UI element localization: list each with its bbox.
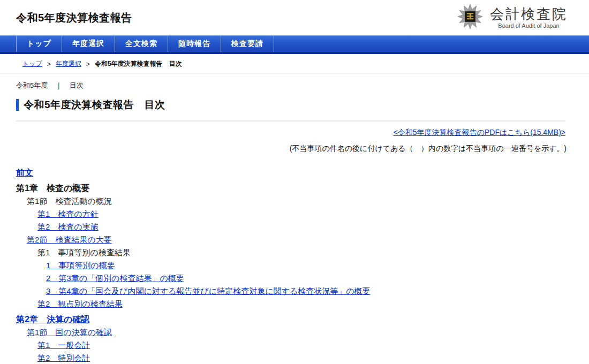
toc-link-ch2-sec1[interactable]: 第1節 国の決算の確認 [27,328,112,337]
pdf-link-row: <令和5年度決算検査報告のPDFはこちら(15.4MB)> [16,128,565,138]
toc-link-ch2-sec1-item1[interactable]: 第1 一般会計 [37,340,90,350]
toc-item: 第1節 検査活動の概況 [0,196,589,206]
toc-item: 1 事項等別の概要 [0,261,589,270]
toc-item: 第2 観点別の検査結果 [0,299,589,309]
toc-heading-chapter1: 第1章 検査の概要 [16,184,89,193]
subnav-current: 目次 [70,81,84,90]
breadcrumb-current: 令和5年度決算検査報告 目次 [95,59,182,69]
nav-item-year-select[interactable]: 年度選択 [62,35,115,52]
pdf-download-link[interactable]: <令和5年度決算検査報告のPDFはこちら(15.4MB)> [394,128,565,136]
toc-link-ch2-sec1-item2[interactable]: 第2 特別会計 [37,353,90,362]
toc-item: 第1 検査の方針 [0,209,589,219]
nav-spacer [0,35,16,52]
subnav-separator: ｜ [55,81,62,90]
toc-item: 第2章 決算の確認 [0,314,589,324]
main-nav: トップ 年度選択 全文検索 随時報告 検査要請 [0,35,589,54]
heading-accent-bar [16,99,19,111]
toc-link-chapter2[interactable]: 第2章 決算の確認 [16,315,89,324]
toc-item: 前文 [0,168,589,178]
toc-item: 第2 検査の実施 [0,222,589,232]
toc-item: 第1節 国の決算の確認 [0,328,589,337]
nav-item-fulltext-search[interactable]: 全文検索 [115,35,168,52]
toc-heading-ch1-sec1: 第1節 検査活動の概況 [27,196,112,206]
toc-link-ch1-sec2-sub2[interactable]: 2 第3章の「個別の検査結果」の概要 [46,274,184,283]
breadcrumb-separator: > [86,60,90,68]
breadcrumb: トップ > 年度選択 > 令和5年度決算検査報告 目次 [0,54,589,73]
nav-divider [274,35,274,52]
boaj-logo-text: 会計検査院 Board of Audit of Japan [490,6,568,29]
org-name: 会計検査院 [490,6,568,22]
toc-link-ch1-sec2-item2[interactable]: 第2 観点別の検査結果 [37,299,123,308]
subnav-year: 令和5年度 [16,81,48,90]
breadcrumb-link-year-select[interactable]: 年度選択 [56,59,81,69]
table-of-contents: 前文 第1章 検査の概要 第1節 検査活動の概況 第1 検査の方針 第2 検査の… [0,168,589,364]
toc-link-ch1-sec1-item2[interactable]: 第2 検査の実施 [37,222,99,231]
toc-link-preface[interactable]: 前文 [16,168,33,177]
page-heading-block: 令和5年度決算検査報告 目次 [16,98,573,112]
page-title: 令和5年度決算検査報告 目次 [24,98,165,112]
toc-item: 第1 一般会計 [0,340,589,350]
toc-item: 2 第3章の「個別の検査結果」の概要 [0,274,589,283]
numbering-note: (不当事項の件名の後に付けてある（ ）内の数字は不当事項の一連番号を示す。) [16,144,567,154]
nav-item-adhoc-report[interactable]: 随時報告 [168,35,221,52]
toc-item: 第1章 検査の概要 [0,183,589,193]
toc-item: 3 第4章の「国会及び内閣に対する報告並びに特定検査対象に関する検査状況等」の概… [0,286,589,296]
toc-heading-ch1-sec2-item1: 第1 事項等別の検査結果 [37,248,131,257]
nav-item-top[interactable]: トップ [16,35,62,52]
toc-link-ch1-sec2[interactable]: 第2節 検査結果の大要 [27,235,112,244]
divider [16,120,565,122]
site-header: 令和5年度決算検査報告 [0,0,589,35]
toc-item: 第2 特別会計 [0,353,589,363]
toc-link-ch1-sec2-sub3[interactable]: 3 第4章の「国会及び内閣に対する報告並びに特定検査対象に関する検査状況等」の概… [46,286,371,295]
toc-link-ch1-sec1-item1[interactable]: 第1 検査の方針 [37,209,99,218]
toc-item: 第2節 検査結果の大要 [0,235,589,245]
boaj-sunburst-emblem-icon [456,3,485,32]
breadcrumb-link-top[interactable]: トップ [22,59,42,69]
toc-link-ch1-sec2-sub1[interactable]: 1 事項等別の概要 [46,261,115,270]
org-subtitle: Board of Audit of Japan [498,22,559,29]
toc-item: 第1 事項等別の検査結果 [0,248,589,257]
site-title: 令和5年度決算検査報告 [16,11,132,25]
nav-item-audit-request[interactable]: 検査要請 [221,35,274,52]
subnav: 令和5年度 ｜ 目次 [0,73,589,90]
breadcrumb-separator: > [47,60,51,68]
boaj-logo[interactable]: 会計検査院 Board of Audit of Japan [456,3,568,32]
